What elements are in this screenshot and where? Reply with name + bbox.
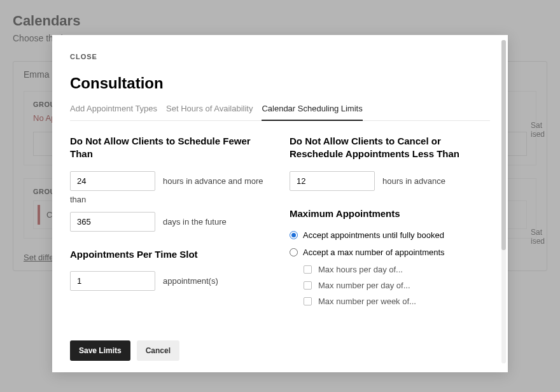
tab-scheduling-limits[interactable]: Calendar Scheduling Limits xyxy=(262,104,362,121)
tab-add-appointment-types[interactable]: Add Appointment Types xyxy=(70,104,157,121)
hours-advance-input[interactable] xyxy=(70,171,155,191)
check-max-hours-day[interactable]: Max hours per day of... xyxy=(304,265,490,274)
checkbox-icon xyxy=(304,297,312,305)
appts-per-slot-heading: Appointments Per Time Slot xyxy=(70,248,270,261)
radio-icon xyxy=(290,248,298,256)
check-max-hours-day-label: Max hours per day of... xyxy=(318,265,403,274)
modal-overlay: CLOSE Consultation Add Appointment Types… xyxy=(0,0,560,392)
appts-per-slot-input[interactable] xyxy=(70,271,155,291)
hours-advance-label-2: than xyxy=(70,195,270,204)
tab-bar: Add Appointment Types Set Hours of Avail… xyxy=(70,104,490,121)
check-max-number-week-label: Max number per week of... xyxy=(318,297,416,306)
modal-title: Consultation xyxy=(70,74,490,92)
scrollbar-thumb[interactable] xyxy=(501,40,506,250)
cancel-hours-input[interactable] xyxy=(290,171,375,191)
modal: CLOSE Consultation Add Appointment Types… xyxy=(52,35,508,372)
radio-fully-booked-label: Accept appointments until fully booked xyxy=(303,230,444,240)
checkbox-icon xyxy=(304,265,312,274)
check-max-number-day-label: Max number per day of... xyxy=(318,281,410,290)
schedule-fewer-heading: Do Not Allow Clients to Schedule Fewer T… xyxy=(70,135,270,161)
radio-icon xyxy=(290,231,298,239)
cancel-reschedule-heading: Do Not Allow Clients to Cancel or Resche… xyxy=(290,135,490,161)
days-future-label: days in the future xyxy=(163,217,227,227)
checkbox-icon xyxy=(304,281,312,290)
radio-max-number[interactable]: Accept a max number of appointments xyxy=(290,248,490,257)
days-future-input[interactable] xyxy=(70,212,155,232)
tab-set-hours[interactable]: Set Hours of Availability xyxy=(166,104,253,121)
cancel-button[interactable]: Cancel xyxy=(137,340,179,361)
close-button[interactable]: CLOSE xyxy=(70,53,97,60)
radio-max-number-label: Accept a max number of appointments xyxy=(303,248,445,257)
radio-fully-booked[interactable]: Accept appointments until fully booked xyxy=(290,230,490,240)
save-button[interactable]: Save Limits xyxy=(70,340,130,361)
check-max-number-day[interactable]: Max number per day of... xyxy=(304,281,490,290)
appts-per-slot-label: appointment(s) xyxy=(163,276,218,286)
cancel-hours-label: hours in advance xyxy=(382,176,445,186)
scrollbar[interactable] xyxy=(501,40,506,363)
max-appts-heading: Maximum Appointments xyxy=(290,207,490,220)
hours-advance-label: hours in advance and more xyxy=(163,176,263,186)
check-max-number-week[interactable]: Max number per week of... xyxy=(304,297,490,306)
